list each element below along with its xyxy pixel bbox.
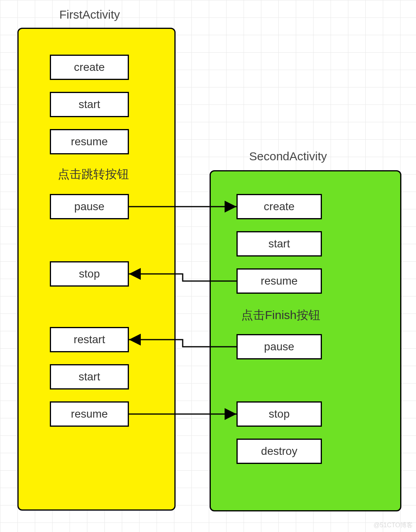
second-destroy-box: destroy (236, 439, 322, 464)
first-start-box-1: start (50, 92, 129, 117)
first-create-box: create (50, 55, 129, 80)
second-create-box: create (236, 194, 322, 219)
second-activity-title: SecondActivity (249, 150, 327, 163)
first-resume-box-2: resume (50, 401, 129, 427)
second-resume-box: resume (236, 268, 322, 294)
first-stop-box: stop (50, 261, 129, 287)
click-jump-label: 点击跳转按钮 (50, 166, 137, 182)
first-restart-box: restart (50, 327, 129, 352)
second-pause-box: pause (236, 334, 322, 359)
second-start-box: start (236, 231, 322, 256)
diagram-stage: FirstActivity SecondActivity create star… (0, 0, 416, 532)
click-finish-label: 点击Finish按钮 (233, 307, 328, 323)
first-resume-box-1: resume (50, 129, 129, 154)
first-pause-box: pause (50, 194, 129, 219)
first-start-box-2: start (50, 364, 129, 390)
watermark: @51CTO博客 (373, 521, 413, 530)
first-activity-title: FirstActivity (59, 8, 120, 21)
second-stop-box: stop (236, 401, 322, 427)
